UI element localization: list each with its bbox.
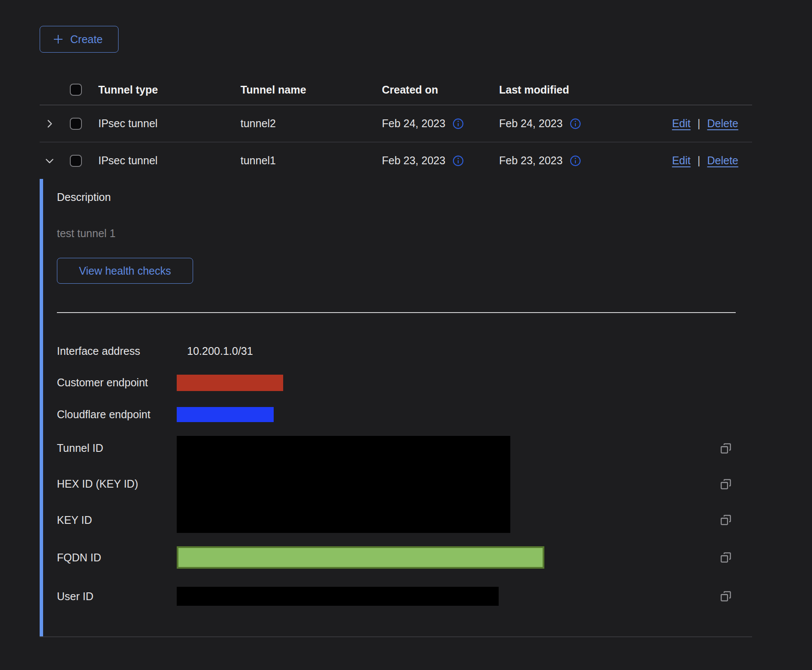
- copy-icon[interactable]: [719, 477, 733, 491]
- user-id-redacted-value: [177, 587, 499, 606]
- chevron-down-icon: [44, 155, 55, 166]
- copy-icon[interactable]: [719, 551, 733, 564]
- copy-icon[interactable]: [719, 589, 733, 603]
- user-id-label: User ID: [57, 590, 177, 603]
- hex-id-row: HEX ID (KEY ID): [57, 466, 752, 502]
- customer-endpoint-redacted-value: [177, 375, 283, 391]
- table-row: IPsec tunnel tunnel1 Feb 23, 2023 Feb 23…: [40, 142, 752, 179]
- cell-tunnel-name: tunnel1: [240, 154, 382, 167]
- hex-id-label: HEX ID (KEY ID): [57, 478, 177, 490]
- col-header-created-on: Created on: [382, 84, 499, 96]
- table-bottom-divider: [40, 636, 752, 637]
- row-checkbox[interactable]: [70, 155, 82, 167]
- created-on-value: Feb 23, 2023: [382, 154, 445, 167]
- cell-tunnel-name: tunnel2: [240, 117, 382, 130]
- interface-address-value: 10.200.1.0/31: [187, 345, 253, 357]
- delete-link[interactable]: Delete: [707, 117, 738, 130]
- chevron-right-icon: [44, 118, 55, 129]
- cell-actions: Edit | Delete: [624, 154, 752, 167]
- row-checkbox[interactable]: [70, 118, 82, 130]
- info-circle-icon[interactable]: [452, 155, 464, 167]
- info-circle-icon[interactable]: [452, 118, 464, 130]
- cloudflare-endpoint-label: Cloudflare endpoint: [57, 408, 177, 421]
- id-fields-group: Tunnel ID HEX ID (KEY ID): [57, 430, 752, 538]
- info-circle-icon[interactable]: [569, 118, 581, 130]
- copy-icon[interactable]: [719, 441, 733, 455]
- expand-toggle[interactable]: [40, 118, 70, 129]
- plus-icon: [52, 33, 64, 45]
- delete-link[interactable]: Delete: [707, 154, 738, 167]
- cloudflare-endpoint-redacted-value: [177, 407, 274, 422]
- info-circle-icon[interactable]: [569, 155, 581, 167]
- fqdn-id-label: FQDN ID: [57, 551, 177, 564]
- view-health-checks-button[interactable]: View health checks: [57, 258, 193, 284]
- col-header-tunnel-name: Tunnel name: [240, 84, 382, 96]
- cell-last-modified: Feb 23, 2023: [499, 154, 624, 167]
- key-id-label: KEY ID: [57, 514, 177, 526]
- customer-endpoint-label: Customer endpoint: [57, 376, 177, 389]
- tunnels-content: Create Tunnel type Tunnel name Created o…: [40, 0, 752, 637]
- create-button-label: Create: [70, 33, 103, 46]
- collapse-toggle[interactable]: [40, 155, 70, 166]
- tunnels-page: Create Tunnel type Tunnel name Created o…: [0, 0, 812, 670]
- interface-address-label: Interface address: [57, 345, 177, 357]
- table-row: IPsec tunnel tunnel2 Feb 24, 2023 Feb 24…: [40, 105, 752, 142]
- edit-link[interactable]: Edit: [672, 154, 690, 167]
- tunnel-id-label: Tunnel ID: [57, 442, 177, 454]
- cloudflare-endpoint-row: Cloudflare endpoint: [57, 398, 752, 430]
- cell-tunnel-type: IPsec tunnel: [98, 117, 240, 130]
- table-header: Tunnel type Tunnel name Created on Last …: [40, 75, 752, 105]
- description-label: Description: [57, 179, 752, 204]
- cell-created-on: Feb 23, 2023: [382, 154, 499, 167]
- description-value: test tunnel 1: [57, 227, 752, 240]
- cell-actions: Edit | Delete: [624, 117, 752, 130]
- action-separator: |: [697, 154, 700, 167]
- cell-tunnel-type: IPsec tunnel: [98, 154, 240, 167]
- tunnel-detail-panel: Description test tunnel 1 View health ch…: [40, 179, 752, 636]
- interface-address-row: Interface address 10.200.1.0/31: [57, 335, 752, 367]
- cell-created-on: Feb 24, 2023: [382, 117, 499, 130]
- last-modified-value: Feb 24, 2023: [499, 117, 562, 130]
- col-header-last-modified: Last modified: [499, 84, 624, 96]
- created-on-value: Feb 24, 2023: [382, 117, 445, 130]
- fqdn-id-redacted-value: [177, 546, 544, 569]
- user-id-row: User ID: [57, 577, 752, 616]
- action-separator: |: [697, 117, 700, 130]
- customer-endpoint-row: Customer endpoint: [57, 367, 752, 398]
- create-button[interactable]: Create: [40, 26, 119, 53]
- tunnel-id-row: Tunnel ID: [57, 430, 752, 466]
- copy-icon[interactable]: [719, 513, 733, 527]
- col-header-tunnel-type: Tunnel type: [98, 84, 240, 96]
- cell-last-modified: Feb 24, 2023: [499, 117, 624, 130]
- last-modified-value: Feb 23, 2023: [499, 154, 562, 167]
- key-id-row: KEY ID: [57, 502, 752, 538]
- select-all-checkbox[interactable]: [70, 84, 82, 96]
- edit-link[interactable]: Edit: [672, 117, 690, 130]
- panel-divider: [57, 312, 736, 313]
- fqdn-id-row: FQDN ID: [57, 538, 752, 577]
